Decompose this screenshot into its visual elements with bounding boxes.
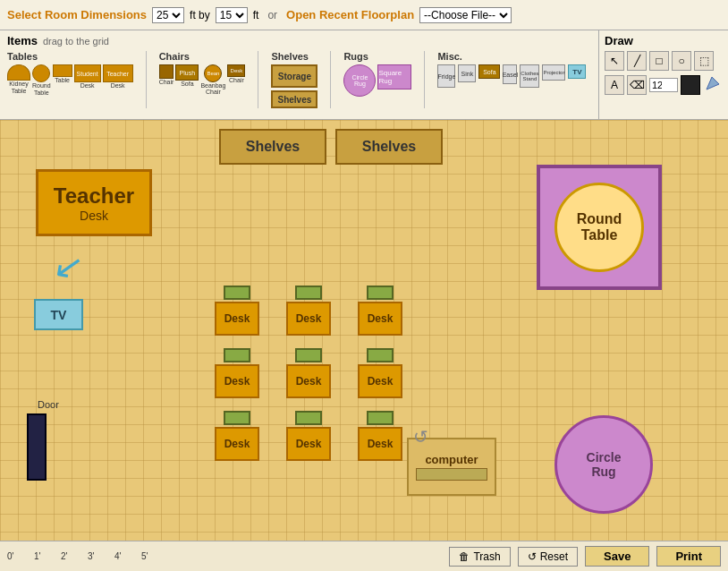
palette-round-table[interactable]: RoundTable [32,64,51,96]
ruler-4: 4' [114,551,141,561]
palette-storage[interactable]: Storage [271,64,317,88]
draw-panel: Draw ↖ ╱ □ ○ ⬚ A ⌫ [598,30,728,119]
teacher-desk-label: Teacher [54,183,134,209]
desk-item-7[interactable]: Desk [210,411,264,464]
file-select[interactable]: --Choose File--Classroom1Classroom2Class… [419,7,512,23]
palette-kidney-table[interactable]: KidneyTable [7,64,30,96]
teacher-desk-item[interactable]: Teacher Desk [36,169,152,236]
or-label: or [267,9,277,21]
palette-tv[interactable]: TV [568,64,586,88]
reset-button[interactable]: ↺ Reset [518,547,578,567]
tv-item[interactable]: TV [34,299,83,330]
palette-beanbag[interactable]: Bean BeanbagChair [200,64,225,95]
rugs-section: Rugs CircleRug Square Rug [343,51,411,97]
grid-canvas[interactable]: Shelves Shelves Teacher Desk ↙ TV Door [0,120,728,541]
reset-icon: ↺ [528,550,537,563]
chairs-items: Chair Plush Sofa Bean BeanbagChair Desk [159,64,246,95]
desk-item-5[interactable]: Desk [282,348,335,402]
shelves-item-2[interactable]: Shelves [335,129,443,165]
tables-section: Tables KidneyTable RoundTable Table [7,51,133,96]
ruler-marks: 0' 1' 2' 3' 4' 5' [7,551,442,561]
save-button[interactable]: Save [585,546,649,567]
draw-eraser-tool[interactable]: ⌫ [627,75,647,95]
ft-by-label: ft by [190,9,210,21]
desk-body-6: Desk [358,364,402,398]
round-table-item[interactable]: Round Table [537,165,662,290]
canvas-area[interactable]: Shelves Shelves Teacher Desk ↙ TV Door [0,120,728,541]
round-table-line2: Table [581,227,618,243]
drag-hint: drag to the grid [43,36,109,47]
palette-rect-table[interactable]: Table [53,64,72,96]
desk-item-4[interactable]: Desk [210,348,264,402]
palette-teacher-desk[interactable]: Teacher Desk [103,64,133,96]
palette-fridge[interactable]: Fridge [437,64,455,88]
desk-item-1[interactable]: Desk [210,286,264,339]
draw-rect-tool[interactable]: □ [649,51,669,71]
bottom-buttons: 🗑 Trash ↺ Reset Save Print [449,546,721,567]
desk-body-9: Desk [358,427,402,461]
palette-chair[interactable]: Chair [159,64,174,95]
divider-2 [258,51,258,108]
desk-chair-2 [295,286,322,300]
desk-item-8[interactable]: Desk [282,411,335,464]
color-swatch[interactable] [681,75,700,95]
arrow-hint: ↙ [50,243,87,288]
ruler-3: 3' [88,551,114,561]
shelves-section: Shelves Storage Shelves [271,51,317,108]
desk-item-2[interactable]: Desk [282,286,335,339]
divider-1 [146,51,147,108]
palette-clothes-stand[interactable]: Clothes Stand [520,64,539,88]
desk-chair-3 [367,286,394,300]
ruler-1: 1' [34,551,61,561]
sections-row: Tables KidneyTable RoundTable Table [7,51,591,108]
palette-square-rug[interactable]: Square Rug [377,64,411,97]
tables-items: KidneyTable RoundTable Table Student [7,64,133,96]
palette-plush-sofa[interactable]: Plush Sofa [175,64,199,95]
save-label: Save [604,550,631,563]
draw-select-tool[interactable]: ⬚ [694,51,714,71]
draw-arrow-tool[interactable]: ↖ [605,51,624,71]
width-select[interactable]: 25101520303540 [152,7,184,23]
door-label: Door [38,399,59,410]
desk-item-9[interactable]: Desk [353,411,407,464]
palette-sink[interactable]: Sink [458,64,476,88]
computer-label-row: c omputer [425,453,478,466]
line-thickness-input[interactable] [649,78,678,92]
draw-ellipse-tool[interactable]: ○ [672,51,691,71]
teacher-desk-sublabel: Desk [80,209,108,223]
ruler-0: 0' [7,551,34,561]
palette-easel[interactable]: Easel [503,64,517,88]
rugs-items: CircleRug Square Rug [343,64,411,97]
draw-text-tool[interactable]: A [605,75,624,95]
computer-label: omputer [432,453,478,466]
divider-3 [330,51,331,108]
circle-rug-line2: Rug [587,464,622,479]
trash-label: Trash [473,550,500,563]
palette-projector[interactable]: Projector [542,64,565,88]
ft-label2: ft [253,9,259,21]
desk-item-6[interactable]: Desk [353,348,407,402]
print-button[interactable]: Print [656,546,721,567]
palette-student-desk[interactable]: Student Desk [74,64,101,96]
desk-chair-6 [367,348,394,362]
rugs-title: Rugs [343,51,411,62]
ruler-2: 2' [61,551,88,561]
palette-circle-rug[interactable]: CircleRug [343,64,376,97]
circle-rug-item[interactable]: Circle Rug [554,415,653,514]
palette-desk-chair[interactable]: Desk Chair [227,64,245,95]
round-table-line1: Round [577,211,622,227]
reset-label: Reset [540,550,568,563]
door-item[interactable] [27,413,47,481]
tv-label: TV [51,308,67,322]
palette-shelves[interactable]: Shelves [271,90,317,108]
draw-line-tool[interactable]: ╱ [627,51,647,71]
shelves-item-1[interactable]: Shelves [219,129,326,165]
trash-button[interactable]: 🗑 Trash [449,547,510,567]
height-select[interactable]: 15102025303540 [216,7,248,23]
shelves-label-2: Shelves [362,139,416,155]
chairs-section: Chairs Chair Plush Sofa Bean BeanbagCha [159,51,246,95]
desk-item-3[interactable]: Desk [353,286,407,339]
palette-sofa[interactable]: Sofa [478,64,500,88]
computer-item[interactable]: ↺ c omputer [407,438,496,496]
shelves-title: Shelves [271,51,317,62]
